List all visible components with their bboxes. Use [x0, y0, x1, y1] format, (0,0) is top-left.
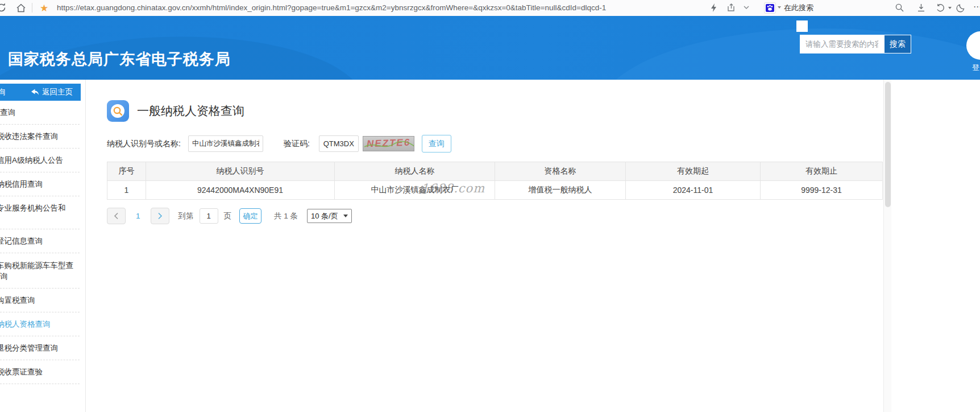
cell-valid-from: 2024-11-01 [626, 181, 761, 200]
paw-dropdown-caret-icon[interactable] [778, 6, 781, 9]
page-title: 一般纳税人资格查询 [137, 103, 244, 119]
next-page-button[interactable] [151, 208, 169, 224]
query-form: 纳税人识别号或名称: 验证码: NEZTE6 查询 [107, 135, 980, 153]
cell-qualification: 增值税一般纳税人 [495, 181, 626, 200]
content-area: 询 返回主页 查询 税收违法案件查询 信用A级纳税人公告 纳税信用查询 专业服务… [0, 80, 980, 412]
browser-toolbar: ★ https://etax.guangdong.chinatax.gov.cn… [0, 0, 980, 16]
confirm-page-button[interactable]: 确定 [239, 208, 261, 224]
refresh-icon[interactable] [0, 2, 7, 13]
sidebar-header-bar[interactable]: 询 返回主页 [0, 84, 81, 101]
col-seq: 序号 [107, 162, 146, 181]
bookmark-star-icon[interactable]: ★ [40, 2, 48, 14]
captcha-input[interactable] [319, 135, 359, 152]
sidebar-item-purchase-tax-query[interactable]: 购置税查询 [0, 289, 81, 312]
site-title: 国家税务总局广东省电子税务局 [8, 49, 231, 69]
content-scrollbar[interactable] [883, 80, 891, 412]
login-label[interactable]: 登 [972, 63, 979, 73]
scrollbar-thumb[interactable] [885, 82, 891, 207]
pagination-bar: 1 到第 页 确定 共 1 条 10 条/页 [107, 208, 980, 224]
sidebar-item-grade-a-taxpayer-notice[interactable]: 信用A级纳税人公告 [0, 149, 81, 172]
cell-taxpayer-name: 中山市沙溪镇鑫成制衣厂 1688.com [335, 181, 495, 200]
cell-seq: 1 [107, 181, 146, 200]
banner-search: 搜索 [800, 35, 911, 53]
magnifier-app-icon [107, 100, 129, 122]
search-here-label[interactable]: 在此搜索 [784, 0, 813, 16]
download-icon[interactable] [916, 3, 926, 13]
page-title-row: 一般纳税人资格查询 [107, 100, 980, 122]
prev-arrow-icon [114, 212, 119, 220]
sidebar-item-professional-service-agency-notice[interactable]: 专业服务机构公告和 [0, 196, 81, 229]
sidebar-item-new-energy-vehicle-type-query[interactable]: 车购税新能源车车型查询 [0, 253, 81, 289]
taxpayer-id-label: 纳税人识别号或名称: [107, 139, 181, 149]
captcha-noise-line-icon [363, 137, 414, 151]
main-panel: 一般纳税人资格查询 纳税人识别号或名称: 验证码: NEZTE6 查询 序号 纳… [86, 80, 980, 412]
back-home-link[interactable]: 返回主页 [31, 87, 73, 97]
back-home-label: 返回主页 [42, 87, 73, 97]
result-table: 序号 纳税人识别号 纳税人名称 资格名称 有效期起 有效期止 1 9244200… [107, 162, 883, 200]
goto-page-input[interactable] [200, 208, 218, 224]
sidebar-item-tax-receipt-verification[interactable]: 税收票证查验 [0, 360, 81, 384]
taxpayer-id-input[interactable] [188, 135, 263, 152]
goto-prefix-label: 到第 [178, 211, 194, 221]
banner-search-input[interactable] [800, 35, 884, 53]
banner-decoration [597, 28, 980, 80]
captcha-image[interactable]: NEZTE6 [363, 136, 414, 151]
col-valid-to: 有效期止 [761, 162, 883, 181]
sidebar-menu: 询 返回主页 查询 税收违法案件查询 信用A级纳税人公告 纳税信用查询 专业服务… [0, 80, 86, 412]
site-banner: 国家税务总局广东省电子税务局 搜索 登 [0, 16, 980, 80]
current-page-number[interactable]: 1 [136, 212, 140, 220]
address-bar[interactable]: https://etax.guangdong.chinatax.gov.cn/x… [57, 0, 606, 16]
col-qualification: 资格名称 [495, 162, 626, 181]
goto-suffix-label: 页 [224, 211, 232, 221]
sidebar-item-query[interactable]: 查询 [0, 101, 81, 125]
chevron-down-icon[interactable] [742, 3, 750, 12]
page-size-value: 10 条/页 [311, 211, 338, 221]
menu-title-fragment: 询 [0, 87, 6, 97]
col-taxpayer-id: 纳税人识别号 [146, 162, 335, 181]
total-count-label: 共 1 条 [274, 211, 298, 221]
table-row: 1 92442000MA4XN90E91 中山市沙溪镇鑫成制衣厂 1688.co… [107, 181, 883, 200]
sidebar-item-tax-credit-query[interactable]: 纳税信用查询 [0, 172, 81, 196]
next-arrow-icon [157, 212, 163, 220]
sidebar-item-taxpayer-qualification-query[interactable]: 纳税人资格查询 [0, 312, 81, 336]
dark-mode-moon-icon[interactable] [956, 3, 966, 13]
back-arrow-icon [31, 89, 39, 96]
sidebar-item-registration-info-query[interactable]: 登记信息查询 [0, 229, 81, 253]
captcha-label: 验证码: [284, 139, 310, 149]
banner-search-button[interactable]: 搜索 [884, 35, 911, 53]
sidebar-item-refund-classification-query[interactable]: 退税分类管理查询 [0, 336, 81, 360]
paw-search-badge-icon[interactable] [764, 2, 776, 14]
banner-white-box [796, 20, 808, 32]
more-menu-icon[interactable]: ⋯ [973, 2, 980, 12]
col-valid-from: 有效期起 [626, 162, 761, 181]
col-taxpayer-name: 纳税人名称 [335, 162, 495, 181]
select-caret-icon [343, 215, 348, 217]
undo-dropdown-caret-icon[interactable] [948, 7, 952, 9]
prev-page-button[interactable] [107, 208, 126, 224]
share-icon[interactable] [726, 3, 736, 13]
cell-taxpayer-id: 92442000MA4XN90E91 [146, 181, 335, 200]
page-size-select[interactable]: 10 条/页 [307, 209, 352, 223]
find-icon[interactable] [895, 3, 904, 13]
sidebar-item-tax-violation-case-query[interactable]: 税收违法案件查询 [0, 125, 81, 149]
home-icon[interactable] [16, 3, 26, 13]
lightning-icon[interactable] [709, 3, 719, 13]
query-button[interactable]: 查询 [422, 135, 451, 153]
toolbar-divider [32, 3, 32, 13]
history-undo-icon[interactable] [936, 3, 945, 13]
cell-valid-to: 9999-12-31 [761, 181, 883, 200]
table-header-row: 序号 纳税人识别号 纳税人名称 资格名称 有效期起 有效期止 [107, 162, 883, 181]
